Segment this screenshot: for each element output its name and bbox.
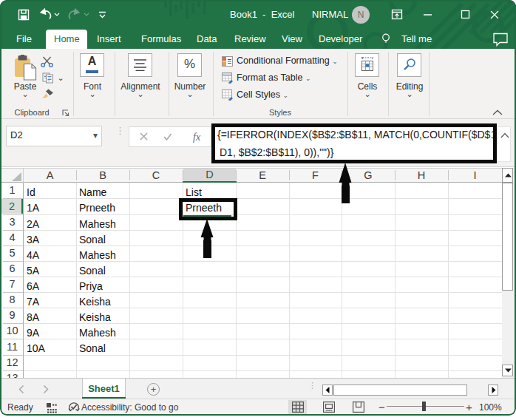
svg-text:fx: fx	[193, 132, 201, 143]
